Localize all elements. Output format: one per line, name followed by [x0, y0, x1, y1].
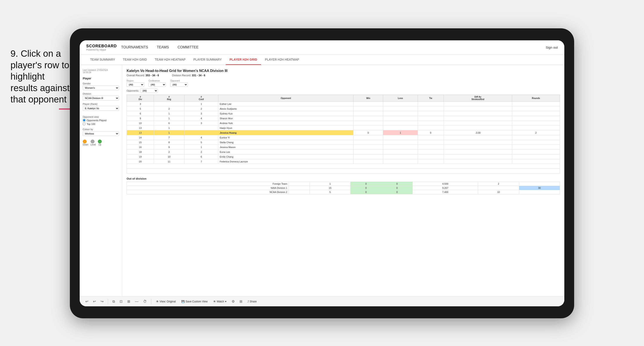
col-div: #Div: [127, 95, 154, 102]
division-label: Division: [83, 92, 119, 95]
watch-btn[interactable]: 👁 Watch ▾: [212, 299, 228, 304]
save-icon: 💾: [182, 300, 185, 303]
tab-player-summary[interactable]: PLAYER SUMMARY: [190, 54, 226, 65]
tab-team-h2h-heatmap[interactable]: TEAM H2H HEATMAP: [151, 54, 190, 65]
table-row[interactable]: 1063Andrea York: [127, 121, 560, 126]
nav-links: TOURNAMENTS TEAMS COMMITTEE: [117, 40, 546, 54]
save-custom-btn[interactable]: 💾 Save Custom View: [180, 299, 209, 304]
clock-btn[interactable]: ⏱: [142, 299, 148, 304]
data-panel: Katelyn Vo Head-to-Head Grid for Women's…: [122, 65, 564, 296]
colour-by-select[interactable]: Win/loss: [83, 131, 119, 136]
table-row-highlighted[interactable]: 13 1 Jessica Huang 0 1 0 -3.00 2: [127, 130, 560, 135]
dash-btn[interactable]: —: [134, 299, 140, 304]
nav-tournaments[interactable]: TOURNAMENTS: [117, 40, 152, 54]
filters-row: Region (All) Conference (All) Opponent (…: [126, 80, 560, 87]
undo-btn[interactable]: ↩: [84, 299, 90, 304]
dot-up: [98, 140, 102, 144]
table-row[interactable]: 914Sharon Mun: [127, 116, 560, 121]
table-row[interactable]: 1822Euna Lee: [127, 150, 560, 154]
color-legend: Down Level Up: [83, 140, 119, 146]
col-win: Win: [354, 95, 383, 102]
opponents-filter-row: Opponents: (All): [126, 89, 560, 93]
redo-btn[interactable]: ↪: [99, 299, 105, 304]
table-row[interactable]: 522Alexis Sudjianto: [127, 106, 560, 111]
panel-records: Overall Record: 353 - 34 - 6 Division Re…: [126, 74, 560, 77]
table-row[interactable]: 20117Federica Domecq Lacroze: [127, 159, 560, 164]
table-row[interactable]: 1691Jessica Mason: [127, 145, 560, 150]
tab-player-h2h-grid[interactable]: PLAYER H2H GRID: [226, 54, 261, 65]
tablet-frame: SCOREBOARD Powered by clippd TOURNAMENTS…: [70, 28, 574, 318]
bottom-toolbar: ↩ ↩ ↪ ⧉ ⊡ ⊞ — ⏱ 👁 View: Original 💾 Save …: [80, 296, 564, 306]
logo: SCOREBOARD Powered by clippd: [86, 44, 117, 51]
col-tie: Tie: [418, 95, 444, 102]
gender-label: Gender: [83, 82, 119, 85]
conference-select[interactable]: (All): [148, 82, 166, 87]
player-rank-select[interactable]: 8. Katelyn Vo: [83, 106, 119, 111]
share-icon: ⤴: [248, 300, 249, 303]
dot-level: [90, 140, 94, 144]
table-row[interactable]: 31Esther Lee: [127, 102, 560, 106]
main-table: #Div #Reg #Conf Opponent Win Loss Tie Di…: [126, 95, 560, 173]
col-reg: #Reg: [154, 95, 184, 102]
share-btn[interactable]: ⤴ Share: [246, 299, 258, 304]
ood-row[interactable]: Foreign Team 1 0 0 4.500 2: [127, 182, 560, 186]
paste-btn[interactable]: ⊡: [118, 299, 124, 304]
filter-conference: Conference (All): [148, 80, 166, 87]
top-nav: SCOREBOARD Powered by clippd TOURNAMENTS…: [80, 40, 564, 54]
col-rounds: Rounds: [512, 95, 560, 102]
table-row[interactable]: 613Sydney Kuo: [127, 111, 560, 116]
format-btn[interactable]: ⊞: [126, 299, 132, 304]
col-conf: #Conf: [184, 95, 218, 102]
gear-btn[interactable]: ⚙: [230, 299, 236, 304]
sidebar-player-title: Player: [83, 77, 119, 80]
toolbar-divider-2: [151, 299, 151, 304]
overall-record: Overall Record: 353 - 34 - 6: [126, 74, 159, 77]
radio-opponents-played[interactable]: Opponents Played: [83, 119, 119, 122]
instruction-text: 9. Click on a player's row to highlight …: [10, 48, 72, 105]
table-row[interactable]: [127, 169, 560, 173]
col-diff: Diff AvStrokes/Rnd: [444, 95, 512, 102]
ood-title: Out of division: [126, 177, 560, 180]
division-record: Division Record: 331 - 34 - 6: [172, 74, 205, 77]
ood-row[interactable]: NCAA Division 2 5 0 0 7.400 10: [127, 190, 560, 194]
ood-table: Foreign Team 1 0 0 4.500 2 NAIA Division…: [126, 181, 560, 194]
view-original-btn[interactable]: 👁 View: Original: [154, 299, 178, 304]
undo2-btn[interactable]: ↩: [92, 299, 97, 304]
tab-player-h2h-heatmap[interactable]: PLAYER H2H HEATMAP: [261, 54, 303, 65]
colour-section: Colour by Win/loss Down Level: [83, 128, 119, 146]
radio-top100[interactable]: Top 100: [83, 123, 119, 125]
col-loss: Loss: [383, 95, 418, 102]
opponent-select[interactable]: (All): [170, 82, 188, 87]
dot-down: [83, 140, 87, 144]
ood-row[interactable]: NAIA Division 1 15 0 0 9.267 30: [127, 186, 560, 190]
tab-team-summary[interactable]: TEAM SUMMARY: [86, 54, 119, 65]
eye-icon: 👁: [156, 300, 159, 303]
opponent-view-title: Opponent view: [83, 116, 119, 118]
opponent-view-section: Opponent view Opponents Played Top 100: [83, 116, 119, 125]
panel-title: Katelyn Vo Head-to-Head Grid for Women's…: [126, 69, 560, 73]
division-select[interactable]: NCAA Division III: [83, 96, 119, 101]
grid-btn[interactable]: ⊞: [238, 299, 244, 304]
region-select[interactable]: (All): [126, 82, 144, 87]
table-row[interactable]: [127, 164, 560, 169]
sidebar: Last Updated: 27/03/2024 16:55:28 Player…: [80, 65, 122, 296]
table-row[interactable]: 1474Eunice Yi: [127, 135, 560, 140]
gender-select[interactable]: Women's: [83, 85, 119, 90]
tablet-screen: SCOREBOARD Powered by clippd TOURNAMENTS…: [80, 40, 564, 306]
opponents-select[interactable]: (All): [140, 89, 158, 93]
table-row[interactable]: 1585Stella Cheng: [127, 140, 560, 145]
colour-by-label: Colour by: [83, 128, 119, 131]
secondary-nav: TEAM SUMMARY TEAM H2H GRID TEAM H2H HEAT…: [80, 54, 564, 65]
player-rank-label: Player (Rank): [83, 103, 119, 105]
nav-teams[interactable]: TEAMS: [152, 40, 173, 54]
filter-region: Region (All): [126, 80, 144, 87]
toolbar-divider-1: [108, 299, 108, 304]
col-opponent: Opponent: [218, 95, 354, 102]
copy-btn[interactable]: ⧉: [111, 299, 116, 304]
tab-team-h2h-grid[interactable]: TEAM H2H GRID: [119, 54, 151, 65]
main-content: Last Updated: 27/03/2024 16:55:28 Player…: [80, 65, 564, 296]
table-row[interactable]: 131Haejo Hyun: [127, 126, 560, 130]
table-row[interactable]: 19106Emily Chang: [127, 154, 560, 159]
nav-committee[interactable]: COMMITTEE: [173, 40, 203, 54]
sign-out[interactable]: Sign out: [546, 46, 558, 49]
